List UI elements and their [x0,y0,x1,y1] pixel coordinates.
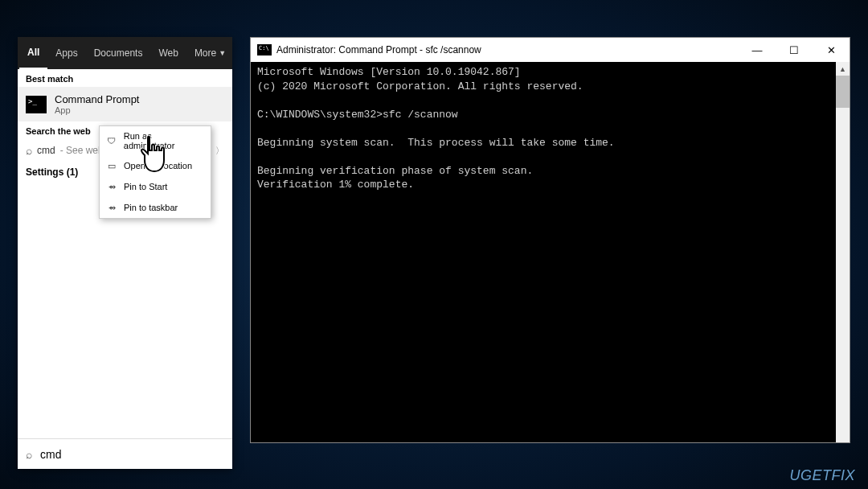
best-match-title: Command Prompt [55,93,139,105]
best-match-command-prompt[interactable]: Command Prompt App [18,87,232,121]
pin-icon: ⇴ [106,181,117,192]
best-match-header: Best match [18,69,232,87]
web-result-prefix: cmd [37,145,55,156]
context-pin-taskbar-label: Pin to taskbar [124,203,178,212]
watermark-logo: UGETFIX [789,467,855,484]
close-button[interactable]: ✕ [813,38,850,62]
terminal-line: Beginning verification phase of system s… [257,165,533,177]
tab-more[interactable]: More ▼ [186,37,234,69]
pointer-hand-icon [137,134,172,182]
chevron-right-icon: 〉 [215,145,224,157]
tab-web[interactable]: Web [150,37,186,69]
start-menu-search-panel: All Apps Documents Web More ▼ Best match… [18,37,232,469]
scrollbar-vertical[interactable]: ▲ [836,62,850,442]
window-title: Administrator: Command Prompt - sfc /sca… [276,44,739,55]
web-result-suffix: - See web [60,145,104,156]
scrollbar-thumb[interactable] [836,76,850,108]
command-prompt-icon [257,44,272,55]
minimize-button[interactable]: — [739,38,776,62]
search-icon: ⌕ [26,448,32,461]
folder-icon: ▭ [106,160,117,171]
best-match-text: Command Prompt App [55,93,139,115]
search-input[interactable] [40,448,224,461]
window-controls: — ☐ ✕ [739,38,850,62]
terminal-line: (c) 2020 Microsoft Corporation. All righ… [257,80,583,92]
terminal-line: Microsoft Windows [Version 10.0.19042.86… [257,66,521,78]
shield-icon: 🛡 [106,135,117,146]
context-pin-start-label: Pin to Start [124,182,167,191]
scroll-up-icon[interactable]: ▲ [836,62,850,76]
terminal-line: Beginning system scan. This process will… [257,137,615,149]
best-match-subtitle: App [55,105,139,115]
search-icon: ⌕ [26,144,32,157]
terminal-line: Verification 1% complete. [257,179,414,191]
tab-documents[interactable]: Documents [86,37,151,69]
maximize-button[interactable]: ☐ [776,38,813,62]
command-prompt-icon [26,96,47,113]
tab-more-label: More [194,47,216,59]
command-prompt-window: Administrator: Command Prompt - sfc /sca… [250,37,850,443]
search-tabs: All Apps Documents Web More ▼ [18,37,232,69]
taskbar-search-box[interactable]: ⌕ [18,438,232,469]
chevron-down-icon: ▼ [219,49,226,57]
terminal-output[interactable]: Microsoft Windows [Version 10.0.19042.86… [251,62,850,442]
pin-icon: ⇴ [106,202,117,213]
terminal-line: C:\WINDOWS\system32>sfc /scannow [257,109,458,121]
tab-apps[interactable]: Apps [47,37,85,69]
context-pin-to-taskbar[interactable]: ⇴ Pin to taskbar [100,197,211,218]
tab-all[interactable]: All [19,37,47,69]
titlebar[interactable]: Administrator: Command Prompt - sfc /sca… [251,38,850,62]
